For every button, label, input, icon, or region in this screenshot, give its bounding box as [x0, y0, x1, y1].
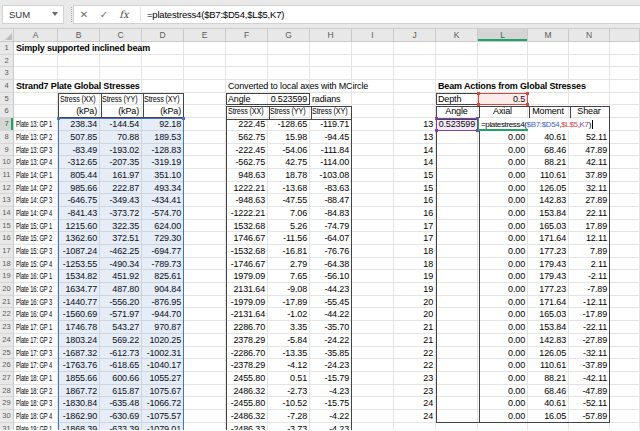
cell-I6[interactable] — [352, 105, 394, 118]
cell-M29[interactable]: 40.61 — [528, 397, 569, 410]
cell-I8[interactable] — [352, 131, 394, 144]
cell-O16[interactable] — [610, 232, 640, 245]
cell-G16[interactable]: -11.56 — [268, 232, 310, 245]
cell-G15[interactable]: 5.26 — [268, 220, 310, 233]
cell-C25[interactable]: -612.73 — [100, 347, 142, 360]
cell-C10[interactable]: -207.35 — [100, 156, 142, 169]
cell-E2[interactable] — [184, 55, 226, 68]
cell-C31[interactable]: -633.39 — [100, 423, 142, 430]
cell-L23[interactable]: 0.00 — [478, 321, 528, 334]
cell-O29[interactable] — [610, 397, 640, 410]
cell-J30[interactable]: 24 — [394, 410, 436, 423]
cell-E29[interactable] — [184, 397, 226, 410]
cell-A7[interactable]: Plate 13: GP 1 — [14, 118, 58, 131]
cell-M20[interactable]: 177.23 — [528, 283, 569, 296]
cell-C13[interactable]: -349.43 — [100, 194, 142, 207]
cell-O19[interactable] — [610, 270, 640, 283]
cell-O10[interactable] — [610, 156, 640, 169]
cell-L29[interactable]: 0.00 — [478, 397, 528, 410]
cell-K16[interactable] — [436, 232, 478, 245]
cell-C22[interactable]: -571.97 — [100, 308, 142, 321]
cell-C16[interactable]: 372.51 — [100, 232, 142, 245]
cell-C8[interactable]: 70.88 — [100, 131, 142, 144]
cell-F2[interactable] — [226, 55, 268, 68]
cell-K12[interactable] — [436, 182, 478, 195]
cell-D13[interactable]: -434.41 — [142, 194, 184, 207]
cell-H15[interactable]: -74.79 — [310, 220, 352, 233]
cell-F25[interactable]: -2286.70 — [226, 347, 268, 360]
cell-A11[interactable]: Plate 14: GP 1 — [14, 169, 58, 182]
cell-C3[interactable] — [100, 67, 142, 80]
cell-K18[interactable] — [436, 258, 478, 271]
cell-F22[interactable]: -2131.64 — [226, 308, 268, 321]
cell-L1[interactable] — [478, 42, 528, 55]
cell-A26[interactable]: Plate 17: GP 4 — [14, 359, 58, 372]
cell-E11[interactable] — [184, 169, 226, 182]
cell-H21[interactable]: -55.45 — [310, 296, 352, 309]
cell-A28[interactable]: Plate 18: GP 2 — [14, 385, 58, 398]
cell-H3[interactable] — [310, 67, 352, 80]
cell-O17[interactable] — [610, 245, 640, 258]
row-header-19[interactable]: 19 — [0, 270, 14, 283]
row-header-23[interactable]: 23 — [0, 321, 14, 334]
cell-E16[interactable] — [184, 232, 226, 245]
cell-G26[interactable]: -4.12 — [268, 359, 310, 372]
cell-E4[interactable] — [184, 80, 226, 93]
cell-I21[interactable] — [352, 296, 394, 309]
cell-E13[interactable] — [184, 194, 226, 207]
cell-D29[interactable]: -1066.72 — [142, 397, 184, 410]
cell-F23[interactable]: 2286.70 — [226, 321, 268, 334]
cell-C9[interactable]: -193.02 — [100, 144, 142, 157]
cell-A27[interactable]: Plate 18: GP 1 — [14, 372, 58, 385]
cell-H23[interactable]: -35.70 — [310, 321, 352, 334]
cell-G28[interactable]: -2.73 — [268, 385, 310, 398]
cell-I14[interactable] — [352, 207, 394, 220]
cell-N3[interactable] — [569, 67, 610, 80]
cell-B18[interactable]: -1253.55 — [58, 258, 100, 271]
column-header-G[interactable]: G — [268, 29, 310, 42]
row-header-18[interactable]: 18 — [0, 258, 14, 271]
cell-N24[interactable]: -27.89 — [569, 334, 610, 347]
cell-L26[interactable]: 0.00 — [478, 359, 528, 372]
cell-G11[interactable]: 18.78 — [268, 169, 310, 182]
cell-M10[interactable]: 88.21 — [528, 156, 569, 169]
cell-B14[interactable]: -841.43 — [58, 207, 100, 220]
cell-D26[interactable]: -1040.17 — [142, 359, 184, 372]
cell-G20[interactable]: -9.08 — [268, 283, 310, 296]
cell-B8[interactable]: 507.85 — [58, 131, 100, 144]
cell-H20[interactable]: -44.23 — [310, 283, 352, 296]
cell-G24[interactable]: -5.84 — [268, 334, 310, 347]
cell-J15[interactable]: 17 — [394, 220, 436, 233]
cell-C29[interactable]: -635.48 — [100, 397, 142, 410]
cell-A1[interactable]: Simply supported inclined beam — [14, 42, 58, 55]
column-header-I[interactable]: I — [352, 29, 394, 42]
cell-I26[interactable] — [352, 359, 394, 372]
cell-F28[interactable]: 2486.32 — [226, 385, 268, 398]
cell-F1[interactable] — [226, 42, 268, 55]
cell-F18[interactable]: -1746.67 — [226, 258, 268, 271]
cell-B5[interactable]: Stress (XX) — [58, 93, 100, 106]
cell-I12[interactable] — [352, 182, 394, 195]
cell-G14[interactable]: 7.06 — [268, 207, 310, 220]
cell-A6[interactable] — [14, 105, 58, 118]
cell-N10[interactable]: 42.11 — [569, 156, 610, 169]
row-header-25[interactable]: 25 — [0, 347, 14, 360]
cell-O15[interactable] — [610, 220, 640, 233]
cell-F24[interactable]: 2378.29 — [226, 334, 268, 347]
cell-G29[interactable]: -10.52 — [268, 397, 310, 410]
cell-I10[interactable] — [352, 156, 394, 169]
cell-G23[interactable]: 3.35 — [268, 321, 310, 334]
cell-O2[interactable] — [610, 55, 640, 68]
cell-N2[interactable] — [569, 55, 610, 68]
cell-E27[interactable] — [184, 372, 226, 385]
cell-E28[interactable] — [184, 385, 226, 398]
cell-B22[interactable]: -1560.69 — [58, 308, 100, 321]
cell-B29[interactable]: -1830.84 — [58, 397, 100, 410]
cell-J25[interactable]: 22 — [394, 347, 436, 360]
cell-A16[interactable]: Plate 15: GP 2 — [14, 232, 58, 245]
cell-J3[interactable] — [394, 67, 436, 80]
cell-D31[interactable]: -1079.01 — [142, 423, 184, 430]
cell-E24[interactable] — [184, 334, 226, 347]
cell-B27[interactable]: 1855.66 — [58, 372, 100, 385]
column-header-K[interactable]: K — [436, 29, 478, 42]
